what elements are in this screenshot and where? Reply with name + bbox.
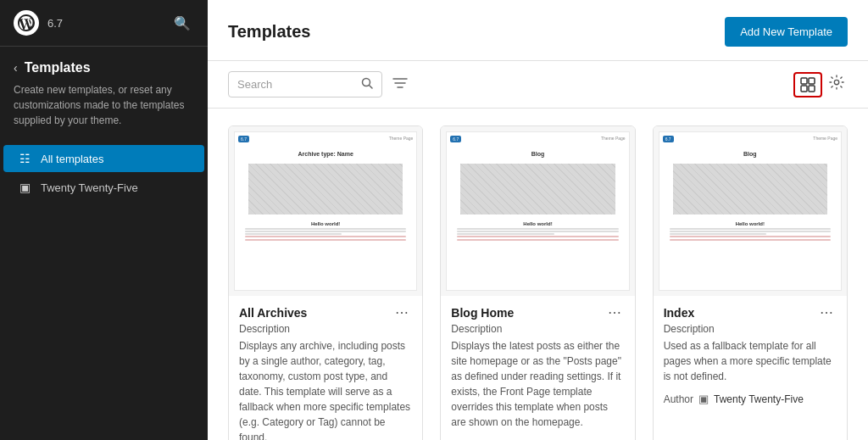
add-new-template-button[interactable]: Add New Template	[725, 17, 848, 47]
template-description: Used as a fallback template for all page…	[664, 338, 837, 384]
preview-inner: 6.7 Theme Page Blog Hello world!	[446, 131, 629, 291]
preview-error	[670, 239, 831, 241]
template-desc-label: Description	[239, 323, 412, 335]
template-name: Blog Home	[451, 306, 514, 320]
grid-view-button[interactable]	[793, 72, 822, 97]
sidebar-item-all-templates[interactable]: ☷ All templates	[3, 145, 204, 172]
template-card-all-archives[interactable]: 6.7 Theme Page Archive type: Name Hello …	[228, 125, 423, 440]
template-menu-button[interactable]: ⋯	[604, 306, 625, 320]
template-preview: 6.7 Theme Page Blog Hello world!	[654, 126, 847, 296]
preview-line	[670, 233, 766, 235]
search-box	[228, 71, 382, 97]
filter-button[interactable]	[389, 72, 411, 97]
preview-version-badge: 6.7	[450, 136, 461, 142]
template-name: Index	[664, 306, 695, 320]
svg-rect-7	[801, 86, 807, 92]
preview-text-lines	[666, 228, 834, 235]
preview-line	[670, 231, 831, 232]
sidebar-item-twenty-twenty-five[interactable]: ▣ Twenty Twenty-Five	[3, 174, 204, 201]
preview-error	[670, 236, 831, 237]
author-label: Author	[664, 393, 693, 405]
template-menu-button[interactable]: ⋯	[392, 306, 412, 320]
preview-source-badge: Theme Page	[601, 136, 626, 141]
template-name-row: Index ⋯	[664, 306, 837, 320]
wp-logo	[14, 10, 39, 36]
template-name-row: All Archives ⋯	[239, 306, 412, 320]
template-name-row: Blog Home ⋯	[451, 306, 624, 320]
preview-version-badge: 6.7	[663, 136, 674, 142]
svg-point-9	[834, 80, 838, 84]
preview-page-title: Blog	[666, 151, 834, 157]
svg-line-1	[370, 86, 373, 89]
template-preview: 6.7 Theme Page Archive type: Name Hello …	[229, 126, 422, 296]
preview-error	[245, 239, 406, 241]
wp-version-label: 6.7	[47, 17, 63, 30]
sidebar-title: Templates	[25, 60, 91, 75]
template-menu-button[interactable]: ⋯	[816, 306, 837, 320]
preview-line	[245, 228, 406, 230]
preview-text-lines	[242, 228, 409, 235]
svg-rect-6	[809, 78, 815, 84]
template-info: Blog Home ⋯ Description Displays the lat…	[441, 296, 634, 440]
sidebar-header: 6.7 🔍	[0, 0, 208, 47]
page-title: Templates	[228, 22, 310, 42]
sidebar: 6.7 🔍 ‹ Templates Create new templates, …	[0, 0, 208, 440]
preview-hello: Hello world!	[242, 221, 409, 226]
template-desc-label: Description	[451, 323, 624, 335]
preview-line	[457, 233, 554, 235]
author-name: Twenty Twenty-Five	[714, 393, 804, 405]
preview-image	[248, 164, 403, 214]
sidebar-nav-header: ‹ Templates	[0, 47, 208, 82]
svg-rect-8	[809, 86, 815, 92]
preview-image	[673, 164, 827, 214]
grid-icon: ☷	[17, 152, 32, 165]
settings-button[interactable]	[826, 71, 848, 97]
layout-author-icon: ▣	[698, 393, 709, 405]
preview-error	[457, 239, 618, 241]
main-content: Templates Add New Template	[208, 0, 868, 440]
sidebar-item-label: Twenty Twenty-Five	[41, 181, 138, 194]
sidebar-search-button[interactable]: 🔍	[170, 12, 194, 35]
preview-error	[245, 236, 406, 237]
preview-line	[245, 231, 406, 232]
template-author-row: Author ▣ Twenty Twenty-Five	[664, 393, 837, 405]
sidebar-back-button[interactable]: ‹	[14, 61, 18, 75]
preview-inner: 6.7 Theme Page Blog Hello world!	[659, 131, 842, 291]
template-card-index[interactable]: 6.7 Theme Page Blog Hello world! I	[653, 125, 848, 440]
preview-line	[245, 233, 342, 235]
preview-inner: 6.7 Theme Page Archive type: Name Hello …	[234, 131, 417, 291]
preview-line	[457, 228, 618, 230]
svg-rect-5	[801, 78, 807, 84]
preview-page-title: Blog	[453, 151, 621, 157]
preview-version-badge: 6.7	[238, 136, 249, 142]
preview-line	[670, 228, 831, 230]
toolbar	[208, 61, 868, 109]
template-info: Index ⋯ Description Used as a fallback t…	[654, 296, 847, 415]
templates-grid: 6.7 Theme Page Archive type: Name Hello …	[208, 109, 868, 440]
template-description: Displays any archive, including posts by…	[239, 338, 412, 440]
sidebar-menu: ☷ All templates ▣ Twenty Twenty-Five	[0, 142, 208, 204]
toolbar-right	[793, 71, 848, 97]
main-header: Templates Add New Template	[208, 0, 868, 61]
template-info: All Archives ⋯ Description Displays any …	[229, 296, 422, 440]
sidebar-item-label: All templates	[41, 153, 103, 165]
search-input[interactable]	[237, 78, 356, 91]
preview-source-badge: Theme Page	[813, 136, 837, 141]
preview-image	[460, 164, 615, 214]
sidebar-description: Create new templates, or reset any custo…	[0, 82, 208, 142]
preview-hello: Hello world!	[453, 221, 621, 226]
toolbar-left	[228, 71, 411, 97]
preview-line	[457, 231, 618, 232]
template-card-blog-home[interactable]: 6.7 Theme Page Blog Hello world! B	[440, 125, 635, 440]
search-icon-button[interactable]	[361, 77, 373, 92]
preview-text-lines	[453, 228, 621, 235]
template-preview: 6.7 Theme Page Blog Hello world!	[441, 126, 634, 296]
preview-error	[457, 236, 618, 237]
template-description: Displays the latest posts as either the …	[451, 338, 624, 430]
template-desc-label: Description	[664, 323, 837, 335]
preview-page-title: Archive type: Name	[242, 151, 409, 157]
preview-source-badge: Theme Page	[389, 136, 414, 141]
layout-icon: ▣	[17, 181, 32, 194]
preview-hello: Hello world!	[666, 221, 834, 226]
template-name: All Archives	[239, 306, 307, 320]
